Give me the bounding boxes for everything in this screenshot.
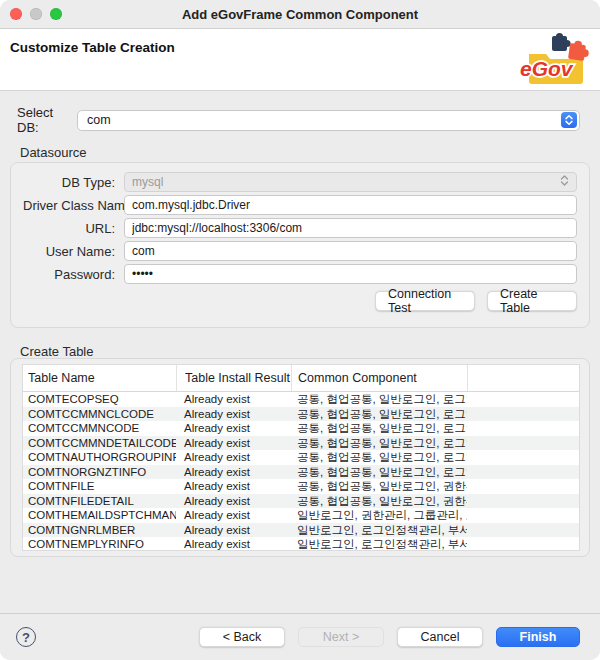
window-title: Add eGovFrame Common Component (0, 7, 600, 22)
driver-class-input[interactable] (124, 195, 577, 215)
table-cell-components: 일반로그인, 로그인정책관리, 부서권한 (291, 537, 467, 551)
datasource-buttons: Connection Test Create Table (23, 291, 577, 311)
driver-class-row: Driver Class Name: (23, 195, 577, 215)
column-header-table-name: Table Name (23, 365, 176, 391)
table-cell-name: COMTHEMAILDSPTCHMANAGE (23, 508, 176, 522)
egov-logo-icon: eGov (518, 31, 592, 89)
footer-bar: ? < Back Next > Cancel Finish (0, 613, 600, 660)
footer-buttons: < Back Next > Cancel Finish (199, 627, 580, 647)
table-cell-name: COMTNFILEDETAIL (23, 494, 176, 508)
table-cell-result: Already exist (176, 523, 291, 537)
column-header-empty (467, 365, 579, 391)
dialog-window: Add eGovFrame Common Component Customize… (0, 0, 600, 660)
back-button[interactable]: < Back (199, 627, 285, 647)
table-cell-components: 공통, 협업공통, 일반로그인, 로그인정책관리 (291, 465, 467, 479)
table-cell-name: COMTNFILE (23, 479, 176, 493)
datasource-group-box: DB Type: mysql Driver Class Name: URL: U… (10, 162, 590, 328)
table-cell-result: Already exist (176, 479, 291, 493)
table-row[interactable]: COMTCCMMNDETAILCODE Already exist 공통, 협업… (23, 436, 579, 451)
close-window-button[interactable] (10, 8, 22, 20)
url-input[interactable] (124, 218, 577, 238)
password-label: Password: (23, 267, 115, 282)
create-table-group-box: Table Name Table Install Result Common C… (10, 358, 590, 557)
traffic-lights (10, 8, 62, 20)
table-cell-name: COMTNORGNZTINFO (23, 465, 176, 479)
table-cell-result: Already exist (176, 450, 291, 464)
db-type-row: DB Type: mysql (23, 172, 577, 192)
table-cell-name: COMTECOPSEQ (23, 392, 176, 406)
table-row[interactable]: COMTNORGNZTINFO Already exist 공통, 협업공통, … (23, 465, 579, 480)
user-name-input[interactable] (124, 241, 577, 261)
table-cell-components: 공통, 협업공통, 일반로그인, 로그인정책관리 (291, 436, 467, 450)
driver-class-label: Driver Class Name: (23, 198, 115, 213)
table-cell-result: Already exist (176, 465, 291, 479)
finish-button[interactable]: Finish (496, 627, 580, 647)
url-label: URL: (23, 221, 115, 236)
dropdown-stepper-icon (561, 112, 577, 128)
table-header-row: Table Name Table Install Result Common C… (23, 365, 579, 392)
minimize-window-button[interactable] (30, 8, 42, 20)
select-db-value: com (87, 113, 561, 127)
table-cell-result: Already exist (176, 508, 291, 522)
egov-logo-text: eGov (520, 57, 574, 80)
table-cell-result: Already exist (176, 537, 291, 551)
db-type-label: DB Type: (23, 175, 115, 190)
page-header: Customize Table Creation eGov (0, 29, 600, 91)
cancel-button[interactable]: Cancel (397, 627, 483, 647)
table-row[interactable]: COMTCCMMNCLCODE Already exist 공통, 협업공통, … (23, 407, 579, 422)
table-cell-components: 일반로그인, 권한관리, 그룹관리, 보안 (291, 508, 467, 522)
table-cell-components: 공통, 협업공통, 일반로그인, 권한관리 (291, 494, 467, 508)
table-cell-name: COMTCCMMNCLCODE (23, 407, 176, 421)
table-body: COMTECOPSEQ Already exist 공통, 협업공통, 일반로그… (23, 392, 579, 551)
zoom-window-button[interactable] (50, 8, 62, 20)
tables-list: Table Name Table Install Result Common C… (22, 364, 580, 551)
datasource-group-label: Datasource (20, 145, 86, 160)
title-bar[interactable]: Add eGovFrame Common Component (0, 0, 600, 29)
user-name-row: User Name: (23, 241, 577, 261)
next-button: Next > (298, 627, 384, 647)
table-cell-components: 공통, 협업공통, 일반로그인, 로그인정책관리 (291, 450, 467, 464)
table-cell-components: 일반로그인, 로그인정책관리, 부서권한 (291, 523, 467, 537)
table-cell-name: COMTNGNRLMBER (23, 523, 176, 537)
table-row[interactable]: COMTHEMAILDSPTCHMANAGE Already exist 일반로… (23, 508, 579, 523)
user-name-label: User Name: (23, 244, 115, 259)
table-row[interactable]: COMTCCMMNCODE Already exist 공통, 협업공통, 일반… (23, 421, 579, 436)
select-db-row: Select DB: com (17, 109, 580, 131)
db-type-dropdown: mysql (124, 172, 577, 192)
table-cell-name: COMTCCMMNDETAILCODE (23, 436, 176, 450)
connection-test-button[interactable]: Connection Test (375, 291, 475, 311)
select-db-dropdown[interactable]: com (77, 110, 580, 131)
table-cell-name: COMTCCMMNCODE (23, 421, 176, 435)
table-cell-result: Already exist (176, 421, 291, 435)
table-cell-components: 공통, 협업공통, 일반로그인, 권한관리 (291, 479, 467, 493)
column-header-install-result: Table Install Result (176, 365, 291, 391)
table-cell-result: Already exist (176, 436, 291, 450)
dropdown-stepper-disabled-icon (559, 174, 570, 190)
column-header-common-component: Common Component (291, 365, 467, 391)
table-row[interactable]: COMTNFILEDETAIL Already exist 공통, 협업공통, … (23, 494, 579, 509)
table-row[interactable]: COMTNAUTHORGROUPINFO Already exist 공통, 협… (23, 450, 579, 465)
select-db-label: Select DB: (17, 105, 77, 135)
help-button[interactable]: ? (16, 627, 36, 647)
table-cell-components: 공통, 협업공통, 일반로그인, 로그인정책관리 (291, 392, 467, 406)
table-cell-components: 공통, 협업공통, 일반로그인, 로그인정책관리 (291, 407, 467, 421)
password-row: Password: (23, 264, 577, 284)
table-cell-result: Already exist (176, 392, 291, 406)
table-cell-components: 공통, 협업공통, 일반로그인, 로그인정책관리 (291, 421, 467, 435)
table-row[interactable]: COMTECOPSEQ Already exist 공통, 협업공통, 일반로그… (23, 392, 579, 407)
create-table-button[interactable]: Create Table (487, 291, 577, 311)
page-title: Customize Table Creation (10, 40, 175, 55)
table-row[interactable]: COMTNFILE Already exist 공통, 협업공통, 일반로그인,… (23, 479, 579, 494)
table-cell-result: Already exist (176, 407, 291, 421)
create-table-group-label: Create Table (20, 344, 93, 359)
table-row[interactable]: COMTNGNRLMBER Already exist 일반로그인, 로그인정책… (23, 523, 579, 538)
table-row[interactable]: COMTNEMPLYRINFO Already exist 일반로그인, 로그인… (23, 537, 579, 551)
db-type-value: mysql (132, 175, 559, 189)
table-cell-name: COMTNAUTHORGROUPINFO (23, 450, 176, 464)
password-input[interactable] (124, 264, 577, 284)
url-row: URL: (23, 218, 577, 238)
table-cell-result: Already exist (176, 494, 291, 508)
table-cell-name: COMTNEMPLYRINFO (23, 537, 176, 551)
